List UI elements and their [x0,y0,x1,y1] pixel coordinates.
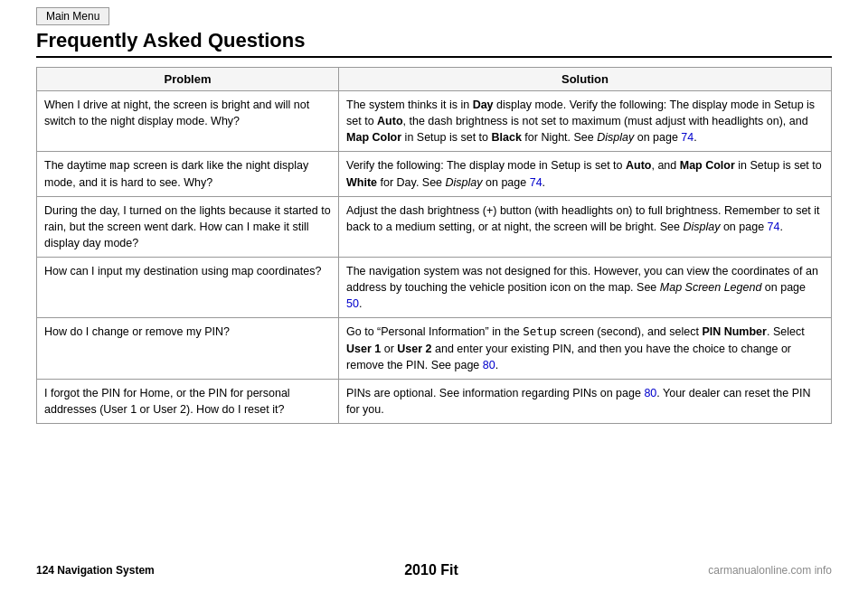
problem-cell: When I drive at night, the screen is bri… [37,91,339,152]
problem-cell: During the day, I turned on the lights b… [37,196,339,257]
solution-cell: The navigation system was not designed f… [339,258,832,318]
solution-cell: Go to “Personal Information” in the Setu… [339,318,832,379]
page-title: Frequently Asked Questions [36,29,832,58]
menu-label: Main Menu [46,10,99,23]
footer-left: 124 Navigation System [36,564,155,577]
problem-cell: How can I input my destination using map… [37,258,339,318]
solution-cell: Adjust the dash brightness (+) button (w… [339,196,832,257]
problem-cell: How do I change or remove my PIN? [37,318,339,379]
footer-right: carmanualonline.com info [708,564,832,577]
main-content: Problem Solution When I drive at night, … [36,67,832,424]
col-solution-header: Solution [339,68,832,91]
top-bar[interactable]: Main Menu [36,7,109,25]
col-problem-header: Problem [37,68,339,91]
solution-cell: The system thinks it is in Day display m… [339,91,832,152]
faq-table: Problem Solution When I drive at night, … [36,67,832,424]
problem-cell: The daytime map screen is dark like the … [37,152,339,196]
solution-cell: Verify the following: The display mode i… [339,152,832,196]
footer: 124 Navigation System 2010 Fit carmanual… [36,562,832,578]
footer-center: 2010 Fit [404,562,458,578]
problem-cell: I forgot the PIN for Home, or the PIN fo… [37,379,339,423]
solution-cell: PINs are optional. See information regar… [339,379,832,423]
